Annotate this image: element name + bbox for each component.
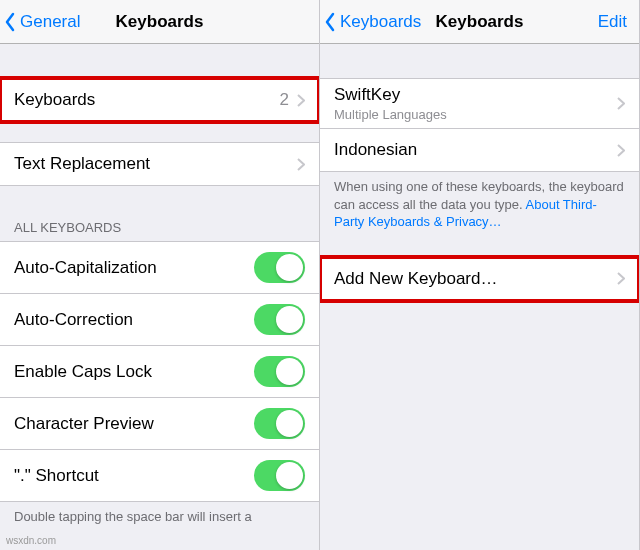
- watermark: wsxdn.com: [6, 535, 56, 546]
- auto-capitalization-row: Auto-Capitalization: [0, 241, 319, 293]
- keyboards-label: Keyboards: [14, 90, 280, 110]
- period-shortcut-toggle[interactable]: [254, 460, 305, 491]
- chevron-left-icon: [4, 12, 16, 32]
- page-title: Keyboards: [436, 12, 524, 32]
- indonesian-label: Indonesian: [334, 140, 617, 160]
- text-replacement-label: Text Replacement: [14, 154, 297, 174]
- chevron-right-icon: [297, 158, 305, 171]
- period-shortcut-footer: Double tapping the space bar will insert…: [0, 502, 319, 532]
- add-new-keyboard-row[interactable]: Add New Keyboard…: [320, 257, 639, 301]
- swiftkey-sub: Multiple Languages: [334, 107, 617, 122]
- toggle-label: "." Shortcut: [14, 466, 254, 486]
- text-replacement-row[interactable]: Text Replacement: [0, 142, 319, 186]
- chevron-right-icon: [617, 272, 625, 285]
- chevron-right-icon: [617, 144, 625, 157]
- keyboards-row[interactable]: Keyboards 2: [0, 78, 319, 122]
- edit-button[interactable]: Edit: [598, 12, 627, 32]
- keyboards-list-panel: Keyboards Keyboards Edit SwiftKey Multip…: [320, 0, 640, 550]
- enable-caps-lock-toggle[interactable]: [254, 356, 305, 387]
- character-preview-row: Character Preview: [0, 397, 319, 449]
- swiftkey-label: SwiftKey: [334, 85, 617, 105]
- back-to-keyboards[interactable]: Keyboards: [320, 12, 421, 32]
- navbar-left: General Keyboards: [0, 0, 319, 44]
- chevron-right-icon: [297, 94, 305, 107]
- add-keyboard-group: Add New Keyboard…: [320, 257, 639, 301]
- indonesian-row[interactable]: Indonesian: [320, 128, 639, 172]
- toggle-label: Auto-Capitalization: [14, 258, 254, 278]
- page-title: Keyboards: [116, 12, 204, 32]
- settings-keyboards-panel: General Keyboards Keyboards 2 Text Repla…: [0, 0, 320, 550]
- period-shortcut-row: "." Shortcut: [0, 449, 319, 502]
- back-to-general[interactable]: General: [0, 12, 80, 32]
- character-preview-toggle[interactable]: [254, 408, 305, 439]
- auto-capitalization-toggle[interactable]: [254, 252, 305, 283]
- toggle-label: Enable Caps Lock: [14, 362, 254, 382]
- keyboards-count: 2: [280, 90, 289, 110]
- auto-correction-row: Auto-Correction: [0, 293, 319, 345]
- back-label: Keyboards: [340, 12, 421, 32]
- installed-keyboards-group: SwiftKey Multiple Languages Indonesian: [320, 78, 639, 172]
- all-keyboards-group: Auto-Capitalization Auto-Correction Enab…: [0, 241, 319, 502]
- all-keyboards-header: ALL KEYBOARDS: [0, 214, 319, 241]
- toggle-label: Auto-Correction: [14, 310, 254, 330]
- toggle-label: Character Preview: [14, 414, 254, 434]
- add-new-keyboard-label: Add New Keyboard…: [334, 269, 617, 289]
- third-party-note: When using one of these keyboards, the k…: [320, 172, 639, 237]
- swiftkey-row[interactable]: SwiftKey Multiple Languages: [320, 78, 639, 128]
- text-replacement-group: Text Replacement: [0, 142, 319, 186]
- enable-caps-lock-row: Enable Caps Lock: [0, 345, 319, 397]
- chevron-left-icon: [324, 12, 336, 32]
- navbar-right: Keyboards Keyboards Edit: [320, 0, 639, 44]
- keyboards-group: Keyboards 2: [0, 78, 319, 122]
- chevron-right-icon: [617, 97, 625, 110]
- back-label: General: [20, 12, 80, 32]
- auto-correction-toggle[interactable]: [254, 304, 305, 335]
